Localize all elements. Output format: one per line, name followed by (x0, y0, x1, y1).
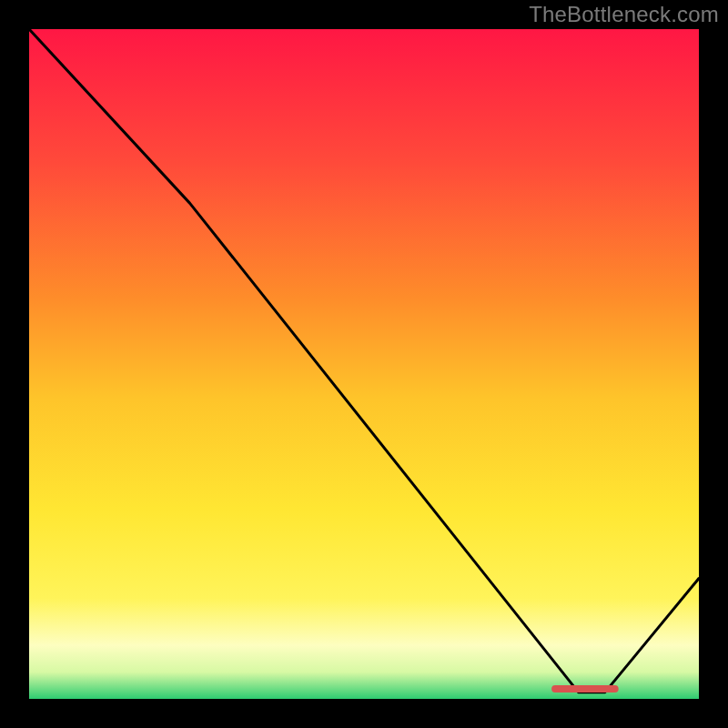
watermark-text: TheBottleneck.com (529, 2, 719, 27)
chart-frame: TheBottleneck.com (0, 0, 728, 728)
plot-area (29, 29, 699, 699)
gradient-background (29, 29, 699, 699)
chart-svg (29, 29, 699, 699)
optimum-marker (551, 685, 619, 693)
